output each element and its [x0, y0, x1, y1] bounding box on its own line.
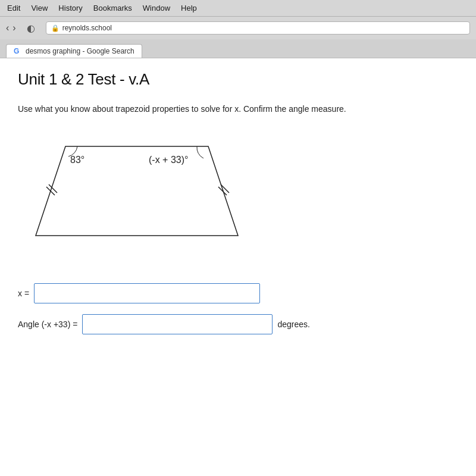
address-text: reynolds.school — [62, 24, 112, 32]
angle-label: Angle (-x +33) = — [18, 320, 77, 329]
menu-help[interactable]: Help — [181, 4, 197, 12]
x-label: x = — [18, 289, 29, 298]
tab-bar: G desmos graphing - Google Search — [0, 39, 476, 58]
angle-answer-row: Angle (-x +33) = degrees. — [18, 314, 458, 334]
angle-left-label: 83° — [70, 155, 84, 165]
angle-input[interactable] — [82, 314, 273, 334]
degrees-label: degrees. — [277, 320, 309, 329]
svg-marker-0 — [36, 146, 238, 236]
page-title: Unit 1 & 2 Test - v.A — [18, 70, 458, 89]
lock-icon: 🔒 — [51, 24, 60, 32]
active-tab[interactable]: G desmos graphing - Google Search — [6, 44, 142, 58]
menu-bar: Edit View History Bookmarks Window Help — [0, 0, 476, 17]
address-bar[interactable]: 🔒 reynolds.school — [46, 21, 470, 35]
question-text: Use what you know about trapezoid proper… — [18, 103, 458, 115]
menu-history[interactable]: History — [58, 4, 82, 12]
svg-line-1 — [46, 187, 55, 195]
diagram-container: 83° (-x + 33)° — [24, 129, 250, 265]
shield-icon: ◐ — [27, 23, 35, 34]
nav-bar: ‹ › ◐ 🔒 reynolds.school — [0, 17, 476, 39]
trapezoid-svg: 83° (-x + 33)° — [24, 129, 250, 265]
nav-arrows: ‹ › — [6, 23, 16, 33]
menu-window[interactable]: Window — [143, 4, 170, 12]
forward-button[interactable]: › — [12, 23, 15, 33]
angle-right-label: (-x + 33)° — [149, 155, 188, 165]
tab-favicon: G — [14, 47, 22, 55]
tab-label: desmos graphing - Google Search — [26, 47, 134, 55]
menu-edit[interactable]: Edit — [7, 4, 20, 12]
x-answer-row: x = — [18, 283, 458, 303]
page-content: Unit 1 & 2 Test - v.A Use what you know … — [0, 58, 476, 476]
menu-bookmarks[interactable]: Bookmarks — [93, 4, 132, 12]
back-button[interactable]: ‹ — [6, 23, 9, 33]
menu-view[interactable]: View — [31, 4, 48, 12]
browser-chrome: Edit View History Bookmarks Window Help … — [0, 0, 476, 58]
x-input[interactable] — [34, 283, 260, 303]
